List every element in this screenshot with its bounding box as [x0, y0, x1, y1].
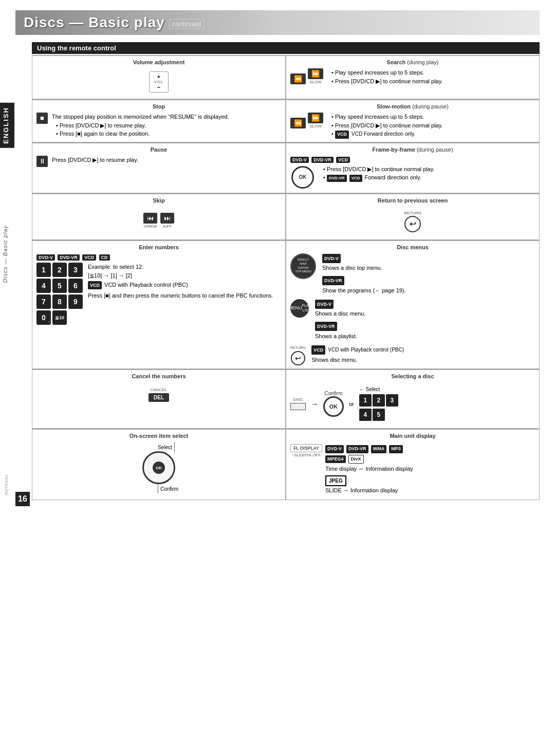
search-arrows: ⏪ ⏩ SLOW: [290, 68, 323, 84]
cancel-del-button[interactable]: CANCEL DEL: [149, 388, 169, 402]
pause-button[interactable]: ⏸: [36, 156, 48, 167]
ok-disc-button[interactable]: OK: [323, 396, 344, 417]
arrow-disc: →: [311, 400, 318, 408]
volume-header: Volume adjustment: [36, 59, 281, 65]
frame-by-frame-header: Frame-by-frame (during pause): [290, 146, 535, 153]
page-number: 16: [15, 492, 30, 506]
pause-text: Press [DVD/CD ▶] to resume play.: [52, 156, 138, 164]
num-7[interactable]: 7: [36, 294, 51, 309]
cell-enter-numbers: Enter numbers DVD-V DVD-VR VCD CD 1 2 3 …: [32, 241, 286, 370]
num-6[interactable]: 6: [68, 279, 83, 293]
tag-cd-en: CD: [99, 254, 110, 261]
cell-return: Return to previous screen RETURN ↩: [286, 194, 540, 240]
slow-motion-text: Play speed increases up to 5 steps. Pres…: [327, 113, 442, 139]
slow-rewind-button[interactable]: ⏪: [290, 118, 306, 128]
num-1[interactable]: 1: [36, 263, 51, 277]
side-label-english: ENGLISH: [0, 103, 14, 148]
disc-num-5[interactable]: 5: [373, 409, 385, 421]
title-bar: Discs — Basic play continued: [15, 10, 540, 35]
num-2[interactable]: 2: [52, 263, 67, 277]
tag-dvd-vr-dm2: DVD-VR: [315, 322, 337, 331]
tag-dvd-v-dm1: DVD-V: [322, 254, 341, 263]
cell-stop: Stop ■ The stopped play position is memo…: [32, 100, 286, 142]
d-pad-ring[interactable]: OK: [142, 451, 175, 484]
tag-vcd-fbf: VCD: [336, 157, 350, 163]
skip-buttons: ⏮ V/REW ⏭ A/FF: [143, 213, 174, 229]
num-3[interactable]: 3: [68, 263, 83, 277]
tag-dvd-vr-en: DVD-VR: [58, 254, 80, 261]
disc-num-2[interactable]: 2: [373, 394, 385, 407]
disc-num-4[interactable]: 4: [359, 409, 372, 421]
numeric-keypad: 1 2 3 4 5 6 7 8 9 0 *: [36, 263, 83, 325]
skip-back-button[interactable]: ⏮ V/REW: [143, 213, 157, 229]
section-header-remote: Using the remote control: [32, 42, 540, 54]
disc-menus-header: Disc menus: [290, 244, 535, 250]
disc-num-1[interactable]: 1: [359, 394, 372, 407]
tag-dvd-v-mu: DVD-V: [325, 445, 344, 453]
slow-motion-arrows: ⏪ ⏩ SLOW: [290, 113, 323, 128]
tag-vcd-dm: VCD: [311, 345, 325, 355]
cell-disc-menus: Disc menus DIRECTNAVIGATORTOP MENU DVD-V…: [286, 241, 540, 370]
cell-selecting-disc: Selecting a disc DISC → Confirm OK or ← …: [286, 370, 540, 429]
menu-button[interactable]: MENUPLAYLIST: [290, 299, 309, 318]
num-4[interactable]: 4: [36, 279, 51, 293]
top-menu-disc-icon: DIRECTNAVIGATORTOP MENU: [290, 253, 316, 279]
page-title: Discs — Basic play: [24, 14, 165, 31]
tag-dvd-v-dm2: DVD-V: [315, 300, 334, 309]
num-0[interactable]: 0 *: [36, 310, 51, 325]
disc-num-3[interactable]: 3: [386, 394, 398, 407]
enter-numbers-header: Enter numbers: [36, 244, 281, 250]
search-header: Search (during play): [290, 59, 535, 65]
tag-dvd-vr-mu: DVD-VR: [346, 445, 368, 453]
num-9[interactable]: 9: [68, 294, 83, 309]
on-screen-select-header: On-screen item select: [36, 433, 281, 439]
skip-header: Skip: [36, 197, 281, 204]
select-disc-numpad: 1 2 3: [359, 394, 398, 407]
main-unit-text: DVD-V DVD-VR WMA MP3 MPEG4 DivX Time dis…: [325, 444, 413, 494]
rewind-button[interactable]: ⏪: [290, 73, 306, 84]
tag-vcd-en: VCD: [82, 254, 96, 261]
tag-dvd-vr-fbf: DVD-VR: [311, 157, 334, 163]
cell-slow-motion: Slow-motion (during pause) ⏪ ⏩ SLOW: [286, 100, 540, 142]
frame-ok-button[interactable]: OK: [290, 165, 315, 190]
fl-display-button[interactable]: FL DISPLAY: [290, 444, 322, 452]
cell-skip: Skip ⏮ V/REW ⏭ A/FF: [32, 194, 286, 240]
selecting-disc-header: Selecting a disc: [290, 373, 535, 379]
frame-by-frame-text: Press [DVD/CD ▶] to continue normal play…: [319, 165, 434, 182]
main-unit-display-header: Main unit display: [290, 433, 535, 439]
slow-forward-button[interactable]: ⏩ SLOW: [308, 113, 323, 128]
num-8[interactable]: 8: [52, 294, 67, 309]
cell-volume: Volume adjustment + VOL −: [32, 56, 286, 99]
tag-dvd-v-en: DVD-V: [36, 254, 55, 261]
select-disc-numpad-row2: 4 5: [359, 409, 385, 421]
return-button[interactable]: RETURN ↩: [404, 211, 421, 232]
tag-dvd-v-fbf: DVD-V: [290, 157, 309, 163]
fastforward-button[interactable]: ⏩ SLOW: [308, 68, 323, 84]
tag-dvd-vr-dm1: DVD-VR: [322, 276, 344, 285]
cell-search: Search (during play) ⏪ ⏩ SLOW: [286, 56, 540, 99]
volume-label: VOL: [154, 80, 163, 84]
title-continued: continued: [169, 19, 204, 29]
d-pad-inner-ok[interactable]: OK: [153, 462, 165, 474]
pause-header: Pause: [36, 146, 281, 153]
stop-button[interactable]: ■: [36, 113, 48, 124]
cell-on-screen-select: On-screen item select Select OK: [32, 429, 286, 500]
stop-text: The stopped play position is memorized w…: [52, 113, 229, 138]
enter-numbers-text: Example: to select 12: [≦10] → [1] → [2]…: [88, 263, 273, 301]
tag-mpeg4-mu: MPEG4: [325, 455, 346, 464]
side-label-discs: Discs — Basic play: [0, 221, 14, 287]
cell-pause: Pause ⏸ Press [DVD/CD ▶] to resume play.: [32, 143, 286, 193]
volume-minus: −: [157, 84, 160, 90]
skip-forward-button[interactable]: ⏭ A/FF: [160, 213, 174, 229]
cell-frame-by-frame: Frame-by-frame (during pause) DVD-V DVD-…: [286, 143, 540, 193]
cancel-numbers-header: Cancel the numbers: [36, 373, 281, 379]
volume-button[interactable]: + VOL −: [149, 71, 168, 93]
cell-main-unit-display: Main unit display FL DISPLAY −SLEEP/A.OF…: [286, 429, 540, 500]
num-leq10[interactable]: ≦10: [52, 310, 67, 325]
num-5[interactable]: 5: [52, 279, 67, 293]
return-header: Return to previous screen: [290, 197, 535, 204]
return-disc-button[interactable]: RETURN ↩: [290, 345, 305, 366]
tag-jpeg-mu: JPEG: [325, 475, 346, 486]
search-text: Play speed increases up to 5 steps. Pres…: [327, 68, 442, 85]
tag-mp3-mu: MP3: [389, 445, 403, 453]
